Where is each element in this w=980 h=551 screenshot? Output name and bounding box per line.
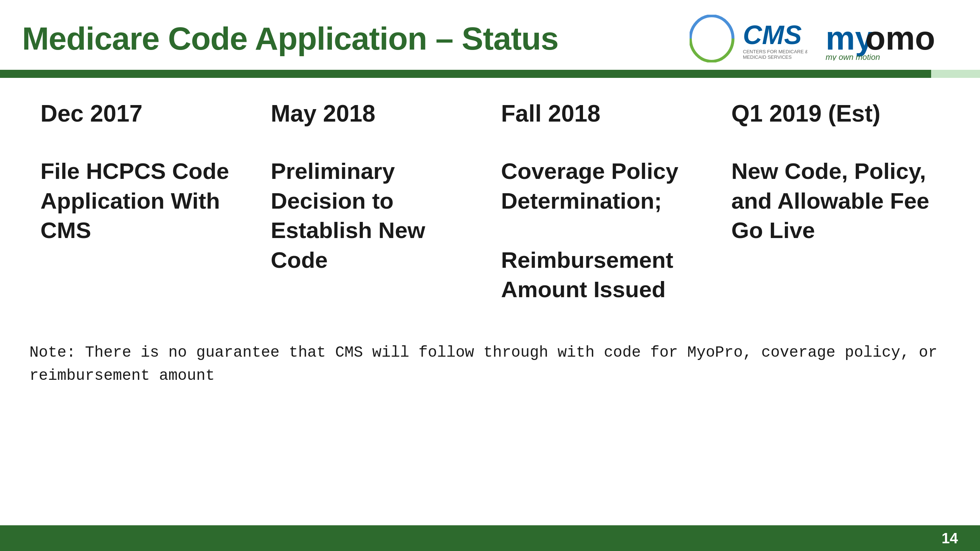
separator-light xyxy=(931,70,980,78)
date-fall-2018: Fall 2018 xyxy=(501,100,710,127)
content-dec-2017: File HCPCS Code Application With CMS xyxy=(40,157,249,245)
timeline-col-3: Fall 2018 Coverage Policy Determination;… xyxy=(490,100,721,305)
main-content: Dec 2017 File HCPCS Code Application Wit… xyxy=(0,78,980,319)
content-fall-2018: Coverage Policy Determination; Reimburse… xyxy=(501,157,710,305)
content-q1-2019: New Code, Policy, and Allowable Fee Go L… xyxy=(732,157,940,245)
timeline-col-4: Q1 2019 (Est) New Code, Policy, and Allo… xyxy=(721,100,951,305)
note-section: Note: There is no guarantee that CMS wil… xyxy=(0,327,980,402)
timeline-col-1: Dec 2017 File HCPCS Code Application Wit… xyxy=(29,100,260,305)
page-title: Medicare Code Application – Status xyxy=(22,20,558,57)
cms-logo: CMS CENTERS FOR MEDICARE & MEDICAID SERV… xyxy=(690,15,807,62)
svg-text:my own motion: my own motion xyxy=(826,52,880,60)
logos: CMS CENTERS FOR MEDICARE & MEDICAID SERV… xyxy=(690,15,958,62)
separator-dark xyxy=(0,70,931,78)
page-number: 14 xyxy=(942,530,958,546)
timeline-col-2: May 2018 Preliminary Decision to Establi… xyxy=(260,100,490,305)
footer: 14 xyxy=(0,525,980,551)
date-q1-2019: Q1 2019 (Est) xyxy=(732,100,940,127)
svg-text:omo: omo xyxy=(865,20,935,57)
svg-text:CENTERS FOR MEDICARE &: CENTERS FOR MEDICARE & xyxy=(743,49,807,54)
date-may-2018: May 2018 xyxy=(271,100,479,127)
svg-text:MEDICAID SERVICES: MEDICAID SERVICES xyxy=(743,54,792,60)
myomo-logo: my omo my own motion xyxy=(826,16,958,60)
svg-text:CMS: CMS xyxy=(743,20,802,49)
separator xyxy=(0,70,980,78)
content-may-2018: Preliminary Decision to Establish New Co… xyxy=(271,157,479,275)
header: Medicare Code Application – Status CMS C… xyxy=(0,0,980,70)
date-dec-2017: Dec 2017 xyxy=(40,100,249,127)
note-text: Note: There is no guarantee that CMS wil… xyxy=(29,341,951,387)
